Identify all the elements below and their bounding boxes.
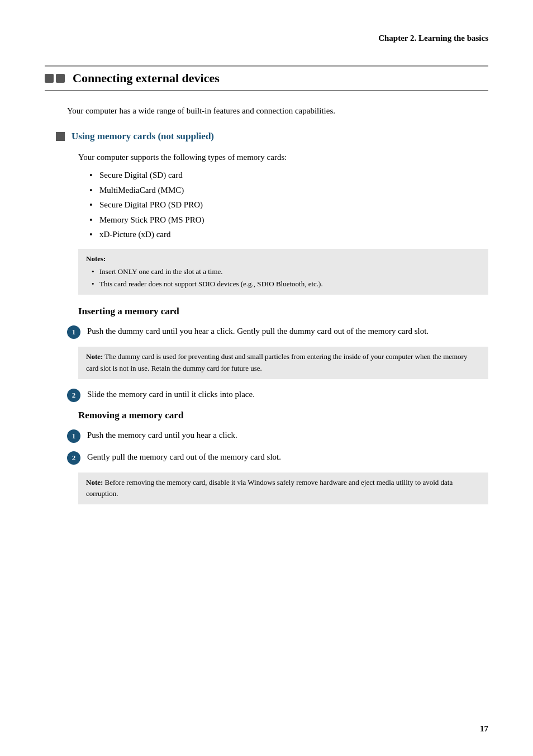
removing-heading: Removing a memory card	[78, 410, 488, 421]
inserting-step-1-text: Push the dummy card until you hear a cli…	[87, 325, 488, 338]
removing-step-2-text: Gently pull the memory card out of the m…	[87, 451, 488, 464]
removing-step-number-2: 2	[67, 451, 80, 465]
step-number-1: 1	[67, 325, 80, 339]
inserting-step-2: 2 Slide the memory card in until it clic…	[67, 388, 488, 402]
inserting-step-2-text: Slide the memory card in until it clicks…	[87, 388, 488, 401]
inserting-step-1: 1 Push the dummy card until you hear a c…	[67, 325, 488, 339]
removing-note-text: Before removing the memory card, disable…	[86, 478, 453, 498]
note-item: Insert ONLY one card in the slot at a ti…	[92, 266, 480, 277]
page: Chapter 2. Learning the basics Connectin…	[0, 0, 533, 756]
notes-box: Notes: Insert ONLY one card in the slot …	[78, 249, 488, 295]
step-number-2: 2	[67, 389, 80, 402]
notes-title: Notes:	[86, 253, 480, 264]
memory-cards-body: Your computer supports the following typ…	[78, 151, 488, 164]
removing-note-label: Note:	[86, 478, 103, 486]
inserting-note-box: Note: The dummy card is used for prevent…	[78, 347, 488, 379]
removing-step-1-text: Push the memory card until you hear a cl…	[87, 429, 488, 442]
inserting-note-text: The dummy card is used for preventing du…	[86, 352, 467, 372]
list-item: Secure Digital (SD) card	[89, 169, 488, 182]
chapter-title: Chapter 2. Learning the basics	[378, 34, 488, 42]
removing-note-box: Note: Before removing the memory card, d…	[78, 472, 488, 505]
section-title-wrapper: Connecting external devices	[45, 65, 488, 91]
memory-card-types-list: Secure Digital (SD) card MultiMediaCard …	[89, 169, 488, 241]
list-item: MultiMediaCard (MMC)	[89, 184, 488, 197]
icon-square-2	[56, 74, 65, 83]
page-number: 17	[480, 724, 488, 734]
subsection-using-memory-cards: Using memory cards (not supplied)	[56, 131, 488, 142]
intro-text: Your computer has a wide range of built-…	[67, 105, 488, 117]
removing-step-1: 1 Push the memory card until you hear a …	[67, 429, 488, 443]
icon-square-1	[45, 74, 54, 83]
note-item: This card reader does not support SDIO d…	[92, 278, 480, 290]
section-title: Connecting external devices	[73, 71, 220, 86]
removing-step-number-1: 1	[67, 429, 80, 443]
inserting-heading: Inserting a memory card	[78, 306, 488, 317]
subsection-label: Using memory cards (not supplied)	[72, 131, 214, 142]
list-item: Memory Stick PRO (MS PRO)	[89, 214, 488, 226]
list-item: Secure Digital PRO (SD PRO)	[89, 199, 488, 211]
chapter-header: Chapter 2. Learning the basics	[45, 34, 488, 43]
list-item: xD-Picture (xD) card	[89, 228, 488, 241]
inserting-note-label: Note:	[86, 352, 103, 361]
subsection-icon	[56, 132, 65, 141]
section-icons	[45, 74, 65, 83]
removing-step-2: 2 Gently pull the memory card out of the…	[67, 451, 488, 465]
